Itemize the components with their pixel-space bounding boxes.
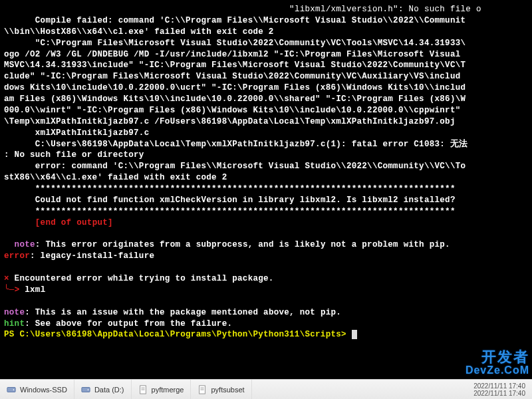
drive-label: Data (D:) [94,386,124,394]
note-text: : This error originates from a subproces… [35,240,450,249]
svg-point-3 [88,389,89,390]
hint-text: : See above for output from the failure. [25,319,232,329]
cursor-icon [352,330,357,339]
terminal-window[interactable]: "libxml/xmlversion.h": No such file o Co… [0,0,532,379]
note-text: : This is an issue with the package ment… [25,308,341,317]
terminal-line: MSVC\14.34.31933\include" "-IC:\Program … [4,61,466,70]
terminal-line: ogo /O2 /W3 /GL /DNDEBUG /MD -I/usr/incl… [4,50,466,59]
end-of-output-marker: [end of output] [4,218,113,227]
terminal-line: \Temp\xmlXPathInitkljazb97.c /FoUsers\86… [4,117,456,126]
terminal-line: dows Kits\10\include\10.0.22000.0\ucrt" … [4,83,466,92]
terminal-line: "libxml/xmlversion.h": No such file o [4,5,481,14]
terminal-line: : No such file or directory [4,150,144,160]
drive-label: Windows-SSD [20,386,67,394]
drive-icon [7,385,16,394]
file-icon [198,385,207,394]
drive-data-d[interactable]: Data (D:) [74,380,132,399]
terminal-line: stX86\\x64\\cl.exe' failed with exit cod… [4,173,227,182]
powershell-prompt: PS C:\Users\86198\AppData\Local\Programs… [4,330,352,339]
separator-line: ****************************************… [4,207,456,216]
terminal-line: am Files (x86)\Windows Kits\10\\include\… [4,94,466,104]
hint-line: hint: See above for output from the fail… [4,319,232,329]
file-label: pyftmerge [152,386,184,394]
x-icon: × [4,274,9,283]
drive-icon [81,385,90,394]
terminal-line: clude" "-IC:\Program Files\Microsoft Vis… [4,72,461,81]
error-line: error: legacy-install-failure [4,251,154,261]
header-file-text: "libxml/xmlversion.h": No such file o [289,5,481,14]
hint-label: hint [4,319,25,329]
file-pyftmerge[interactable]: pyftmerge [132,380,192,399]
svg-point-1 [13,389,15,390]
file-icon [138,385,148,394]
terminal-line: 000.0\\winrt" "-IC:\Program Files (x86)\… [4,106,461,115]
note-label: note [4,308,25,317]
encountered-error-line: × Encountered error while trying to inst… [4,274,274,283]
explorer-taskbar: Windows-SSD Data (D:) pyftmerge pyftsubs… [0,379,532,399]
drive-windows-ssd[interactable]: Windows-SSD [0,380,74,399]
terminal-line: xmlXPathInitkljazb97.c [4,128,149,138]
arrow-icon: ╰─> [4,285,25,295]
error-text: : legacy-install-failure [30,251,154,261]
terminal-line: "C:\Program Files\Microsoft Visual Studi… [4,39,466,48]
package-line: ╰─> lxml [4,285,45,295]
error-label: error [4,251,30,261]
encountered-text: Encountered error while trying to instal… [9,274,274,283]
separator-line: ****************************************… [4,184,456,194]
terminal-line-fatal-error: C:\Users\86198\AppData\Local\Temp\xmlXPa… [4,140,468,149]
libxml2-error-line: Could not find function xmlCheckVersion … [4,196,456,205]
file-timestamp: 2022/11/11 17:40 2022/11/11 17:40 [473,382,532,397]
prompt-line[interactable]: PS C:\Users\86198\AppData\Local\Programs… [4,330,357,339]
note-line: note: This is an issue with the package … [4,308,341,317]
terminal-line: \\bin\\HostX86\\x64\\cl.exe' failed with… [4,27,274,37]
note-line: note: This error originates from a subpr… [4,240,450,249]
terminal-line: Compile failed: command 'C:\\Program Fil… [4,16,466,25]
file-pyftsubset[interactable]: pyftsubset [191,380,251,399]
note-label: note [4,240,35,249]
terminal-line: error: command 'C:\\Program Files\\Micro… [4,162,466,171]
file-label: pyftsubset [211,386,244,394]
package-name: lxml [25,285,45,295]
